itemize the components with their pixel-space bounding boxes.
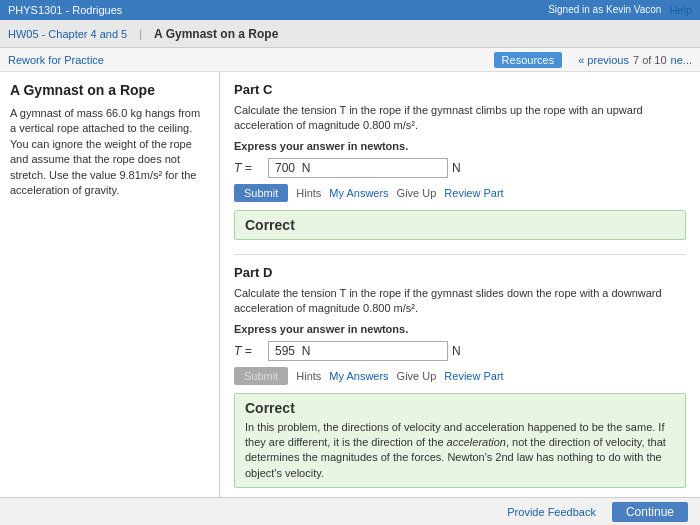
part-c-correct-label: Correct (245, 217, 295, 233)
part-d-section: Part D Calculate the tension T in the ro… (234, 265, 686, 488)
prev-link[interactable]: « previous (578, 54, 629, 66)
page-indicator: 7 of 10 (633, 54, 667, 66)
resources-button[interactable]: Resources (494, 52, 563, 68)
left-panel-description: A gymnast of mass 66.0 kg hangs from a v… (10, 106, 209, 198)
part-c-input[interactable] (268, 158, 448, 178)
part-d-answer-row: T = N (234, 341, 686, 361)
part-c-answer-label: T = (234, 161, 264, 175)
part-c-unit: N (452, 161, 461, 175)
part-d-description: Calculate the tension T in the rope if t… (234, 286, 686, 317)
part-d-correct-text: In this problem, the directions of veloc… (245, 420, 675, 482)
part-c-description: Calculate the tension T in the rope if t… (234, 103, 686, 134)
part-c-express: Express your answer in newtons. (234, 140, 686, 152)
main-content: A Gymnast on a Rope A gymnast of mass 66… (0, 72, 700, 525)
part-d-submit-button: Submit (234, 367, 288, 385)
left-panel-title: A Gymnast on a Rope (10, 82, 209, 98)
part-c-section: Part C Calculate the tension T in the ro… (234, 82, 686, 240)
part-d-answer-label: T = (234, 344, 264, 358)
right-panel: Part C Calculate the tension T in the ro… (220, 72, 700, 525)
feedback-link[interactable]: Provide Feedback (507, 506, 596, 518)
signed-in-text: Signed in as Kevin Vacon (548, 4, 661, 16)
part-c-answer-row: T = N (234, 158, 686, 178)
part-c-label: Part C (234, 82, 686, 97)
part-c-hints-label: Hints (296, 187, 321, 199)
resources-bar: Rework for Practice Resources « previous… (0, 48, 700, 72)
part-d-hints-label: Hints (296, 370, 321, 382)
problem-title: A Gymnast on a Rope (154, 27, 278, 41)
part-d-review-link[interactable]: Review Part (444, 370, 503, 382)
part-d-giveup-label: Give Up (397, 370, 437, 382)
part-d-express: Express your answer in newtons. (234, 323, 686, 335)
part-d-correct-box: Correct In this problem, the directions … (234, 393, 686, 489)
sub-bar: HW05 - Chapter 4 and 5 | A Gymnast on a … (0, 20, 700, 48)
part-c-correct-box: Correct (234, 210, 686, 240)
part-c-my-answers-link[interactable]: My Answers (329, 187, 388, 199)
part-c-submit-button[interactable]: Submit (234, 184, 288, 202)
help-link[interactable]: Help (669, 4, 692, 16)
part-d-my-answers-link[interactable]: My Answers (329, 370, 388, 382)
part-divider (234, 254, 686, 255)
part-d-label: Part D (234, 265, 686, 280)
top-bar: PHYS1301 - Rodrigues Signed in as Kevin … (0, 0, 700, 20)
part-d-correct-label: Correct (245, 400, 295, 416)
continue-button[interactable]: Continue (612, 502, 688, 522)
course-title: PHYS1301 - Rodrigues (8, 4, 122, 16)
part-c-review-link[interactable]: Review Part (444, 187, 503, 199)
footer-bar: Provide Feedback Continue (0, 497, 700, 525)
part-c-giveup-label: Give Up (397, 187, 437, 199)
rework-link[interactable]: Rework for Practice (8, 54, 104, 66)
next-link[interactable]: ne... (671, 54, 692, 66)
hw-link[interactable]: HW05 - Chapter 4 and 5 (8, 28, 127, 40)
part-d-btn-row: Submit Hints My Answers Give Up Review P… (234, 367, 686, 385)
part-c-btn-row: Submit Hints My Answers Give Up Review P… (234, 184, 686, 202)
part-d-unit: N (452, 344, 461, 358)
left-panel: A Gymnast on a Rope A gymnast of mass 66… (0, 72, 220, 525)
part-d-input[interactable] (268, 341, 448, 361)
